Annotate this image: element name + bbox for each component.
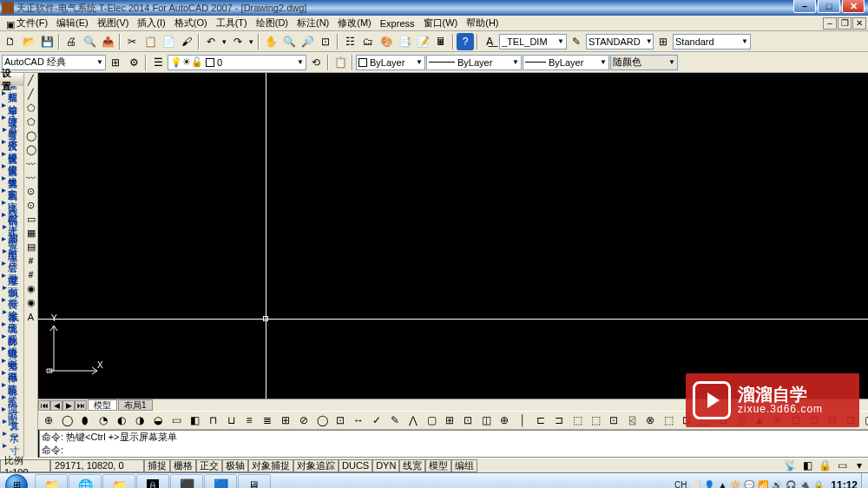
layer-combo[interactable]: 💡 ☀ 🔓 0 ▼	[168, 55, 306, 70]
redo-icon[interactable]: ↷	[229, 33, 247, 50]
menu-modify[interactable]: 修改(M)	[333, 16, 376, 30]
tab-model[interactable]: 模型	[88, 399, 117, 411]
tab-layout1[interactable]: 布局1	[118, 399, 153, 411]
menu-express[interactable]: Express	[376, 17, 419, 30]
telec-btool-38[interactable]: ⍃	[733, 412, 750, 429]
menu-file[interactable]: 文件(F)	[12, 16, 52, 30]
telec-btool-31[interactable]: ⊡	[605, 412, 622, 429]
ws-settings-icon[interactable]: ⊞	[107, 54, 124, 71]
telec-btool-35[interactable]: ⊡	[678, 412, 695, 429]
menu-help[interactable]: 帮助(H)	[462, 16, 503, 30]
telec-btool-10[interactable]: ⊔	[222, 412, 240, 429]
print-icon[interactable]: 🖨	[62, 33, 80, 50]
status-toggle-0[interactable]: 捕捉	[144, 459, 170, 472]
tray-icon-3[interactable]: 🔆	[730, 480, 740, 488]
taskbar-app-0[interactable]: 📁	[35, 474, 68, 489]
telec-btool-7[interactable]: ▭	[168, 412, 185, 429]
taskbar-app-2[interactable]: 📁	[102, 474, 135, 489]
taskbar-app-3[interactable]: 🅰	[136, 474, 169, 489]
draw-tool-8[interactable]: ⊙	[24, 185, 37, 198]
status-annot-icon[interactable]: ◧	[799, 457, 816, 474]
telec-btool-22[interactable]: ⊞	[441, 412, 458, 429]
zoom-prev-icon[interactable]: 🔎	[299, 33, 316, 50]
draw-tool-14[interactable]: ＃	[24, 268, 37, 281]
status-toggle-7[interactable]: DYN	[372, 459, 399, 472]
telec-btool-11[interactable]: ≡	[240, 412, 258, 429]
telec-btool-3[interactable]: ◔	[95, 412, 112, 429]
telec-btool-44[interactable]: ⊡	[842, 412, 859, 429]
draw-tool-6[interactable]: 〰	[24, 157, 37, 170]
menu-format[interactable]: 格式(O)	[170, 16, 212, 30]
color-combo[interactable]: ByLayer▼	[356, 55, 425, 70]
telec-btool-16[interactable]: ⊡	[332, 412, 349, 429]
tablestyle-icon[interactable]: ⊞	[654, 33, 672, 50]
lineweight-combo[interactable]: ByLayer▼	[523, 55, 609, 70]
tray-icon-5[interactable]: 📶	[758, 480, 768, 488]
telec-btool-14[interactable]: ⊘	[295, 412, 312, 429]
doc-minimize-button[interactable]: –	[823, 17, 837, 30]
draw-tool-0[interactable]: ╱	[24, 74, 37, 87]
open-icon[interactable]: 📂	[20, 33, 37, 50]
draw-tool-5[interactable]: ◯	[24, 143, 37, 156]
zoom-rt-icon[interactable]: 🔍	[280, 33, 298, 50]
minimize-button[interactable]: –	[793, 0, 816, 13]
taskbar-app-1[interactable]: 🌐	[69, 474, 102, 489]
telec-btool-1[interactable]: ◯	[58, 412, 76, 429]
tray-icon-9[interactable]: 🔒	[813, 480, 824, 488]
telec-btool-4[interactable]: ◐	[113, 412, 130, 429]
telec-item-29[interactable]: ▸尺 寸	[0, 439, 23, 451]
menu-draw[interactable]: 绘图(D)	[252, 16, 293, 30]
pan-icon[interactable]: ✋	[262, 33, 279, 50]
draw-tool-15[interactable]: ◉	[24, 282, 37, 295]
status-toggle-4[interactable]: 对象捕捉	[248, 459, 293, 472]
draw-tool-10[interactable]: ▭	[24, 213, 37, 226]
telec-btool-27[interactable]: ⊏	[532, 412, 549, 429]
status-toggle-3[interactable]: 极轴	[222, 459, 248, 472]
telec-btool-32[interactable]: ⍃	[623, 412, 641, 429]
draw-tool-11[interactable]: ▦	[24, 227, 37, 240]
telec-btool-41[interactable]: ⊡	[787, 412, 805, 429]
telec-btool-37[interactable]: ⊟	[714, 412, 732, 429]
tab-nav-3[interactable]: ⏭	[75, 400, 87, 411]
status-scale[interactable]: 比例 1:100	[0, 459, 50, 472]
draw-tool-16[interactable]: ◉	[24, 296, 37, 309]
draw-tool-4[interactable]: ◯	[24, 129, 37, 142]
menu-dimension[interactable]: 标注(N)	[293, 16, 333, 30]
draw-tool-7[interactable]: 〰	[24, 171, 37, 184]
telec-btool-13[interactable]: ⊞	[277, 412, 294, 429]
command-line[interactable]: 命令: 热键<Ctrl +>显示屏幕菜单 命令:	[39, 430, 868, 458]
new-icon[interactable]: 🗋	[2, 33, 19, 50]
status-toggle-8[interactable]: 线宽	[399, 459, 425, 472]
telec-btool-8[interactable]: ◧	[186, 412, 203, 429]
telec-btool-9[interactable]: ⊓	[204, 412, 221, 429]
telec-btool-39[interactable]: ▲	[751, 412, 768, 429]
plotstyle-combo[interactable]: 随颜色▼	[610, 55, 678, 70]
telec-header[interactable]: 设 置	[0, 73, 23, 86]
doc-restore-button[interactable]: ❐	[838, 17, 852, 30]
save-icon[interactable]: 💾	[38, 33, 56, 50]
dimstyle-combo[interactable]: _TEL_DIM▼	[499, 34, 567, 49]
tool-palette-icon[interactable]: 🎨	[378, 33, 395, 50]
start-button[interactable]: ⊞	[0, 473, 33, 489]
status-toggle-9[interactable]: 模型	[425, 459, 451, 472]
calc-icon[interactable]: 🖩	[432, 33, 450, 50]
telec-btool-21[interactable]: ▢	[423, 412, 440, 429]
menu-view[interactable]: 视图(V)	[93, 16, 134, 30]
doc-close-button[interactable]: ✕	[852, 17, 866, 30]
telec-btool-20[interactable]: ⋀	[404, 412, 422, 429]
tray-icon-6[interactable]: 🔊	[772, 480, 782, 488]
cut-icon[interactable]: ✂	[123, 33, 141, 50]
telec-btool-19[interactable]: ✎	[386, 412, 404, 429]
draw-tool-12[interactable]: ▤	[24, 241, 37, 254]
linetype-combo[interactable]: ByLayer▼	[426, 55, 522, 70]
telec-btool-28[interactable]: ⊐	[550, 412, 568, 429]
telec-btool-18[interactable]: ✓	[368, 412, 385, 429]
tablestyle-combo[interactable]: Standard▼	[673, 34, 751, 49]
properties-icon[interactable]: ☷	[341, 33, 358, 50]
telec-btool-25[interactable]: ⊕	[496, 412, 513, 429]
tray-icon-4[interactable]: 💬	[744, 480, 754, 488]
tab-nav-2[interactable]: ▶	[62, 400, 75, 411]
telec-btool-30[interactable]: ⬚	[587, 412, 604, 429]
telec-btool-42[interactable]: ⊡	[806, 412, 823, 429]
draw-tool-9[interactable]: ⊙	[24, 199, 37, 212]
